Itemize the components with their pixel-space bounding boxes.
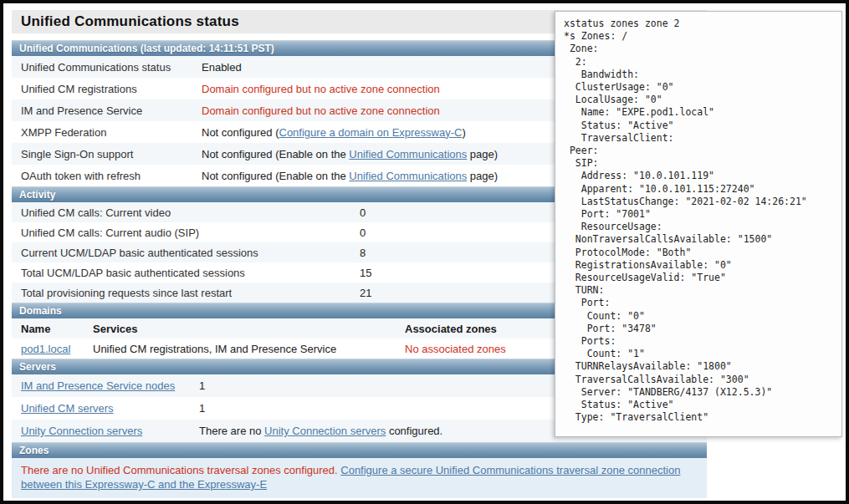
row-value: 8: [360, 247, 366, 259]
row-value: Enabled: [202, 61, 242, 74]
unity-connection-servers-link[interactable]: Unity Connection servers: [21, 425, 142, 437]
row-value: 1: [199, 379, 205, 392]
row-label: Total provisioning requests since last r…: [21, 287, 360, 299]
domain-services-cell: Unified CM registrations, IM and Presenc…: [93, 343, 405, 355]
unified-communications-page-link[interactable]: Unified Communications: [349, 148, 467, 160]
server-link-cell: Unified CM servers: [21, 402, 199, 415]
row-value: 0: [360, 206, 366, 219]
row-label: Unified CM calls: Current video: [21, 206, 360, 219]
domain-zones-cell: No associated zones: [405, 343, 506, 355]
terminal-window[interactable]: xstatus zones zone 2*s Zones: / Zone: 2:…: [555, 11, 842, 437]
row-label: Total UCM/LDAP basic authenticated sessi…: [21, 267, 360, 279]
configure-domain-link[interactable]: Configure a domain on Expressway-C: [279, 126, 463, 139]
row-value: There are no Unity Connection servers co…: [199, 425, 442, 437]
row-label: Unified Communications status: [21, 61, 202, 74]
row-value: 0: [360, 227, 366, 239]
column-header-services: Services: [93, 323, 405, 335]
terminal-output: xstatus zones zone 2*s Zones: / Zone: 2:…: [564, 18, 840, 425]
row-label: Single Sign-On support: [21, 148, 202, 160]
unified-communications-page-link[interactable]: Unified Communications: [349, 170, 467, 182]
status-error-text: Domain configured but no active zone con…: [202, 83, 440, 95]
unity-connection-servers-link[interactable]: Unity Connection servers: [264, 425, 386, 437]
expressway-status-screen: Unified Communications status Unified Co…: [0, 0, 849, 504]
row-value: 1: [199, 402, 205, 415]
row-label: IM and Presence Service: [21, 104, 202, 117]
row-label: Current UCM/LDAP basic authenticated ses…: [21, 247, 360, 259]
unified-cm-servers-link[interactable]: Unified CM servers: [21, 402, 114, 415]
zones-message: There are no Unified Communications trav…: [12, 458, 707, 498]
row-label: XMPP Federation: [21, 126, 202, 139]
domain-name-cell: pod1.local: [21, 343, 93, 355]
row-label: Unified CM calls: Current audio (SIP): [21, 227, 360, 239]
column-header-associated-zones: Associated zones: [405, 323, 497, 335]
row-value: Not configured (Enable on the Unified Co…: [202, 170, 498, 182]
row-value: Not configured (Enable on the Unified Co…: [202, 148, 498, 160]
section-header-zones: Zones: [12, 442, 707, 458]
server-link-cell: Unity Connection servers: [21, 425, 199, 437]
row-value: 15: [360, 267, 371, 279]
status-error-text: Domain configured but no active zone con…: [202, 104, 440, 117]
row-value: Not configured (Configure a domain on Ex…: [202, 126, 466, 139]
im-presence-nodes-link[interactable]: IM and Presence Service nodes: [21, 379, 175, 392]
row-label: Unified CM registrations: [21, 83, 202, 95]
row-value: 21: [360, 287, 371, 299]
zones-error-text: There are no Unified Communications trav…: [21, 464, 338, 476]
column-header-name: Name: [21, 323, 93, 335]
server-link-cell: IM and Presence Service nodes: [21, 379, 199, 392]
row-label: OAuth token with refresh: [21, 170, 202, 182]
domain-link[interactable]: pod1.local: [21, 343, 70, 355]
